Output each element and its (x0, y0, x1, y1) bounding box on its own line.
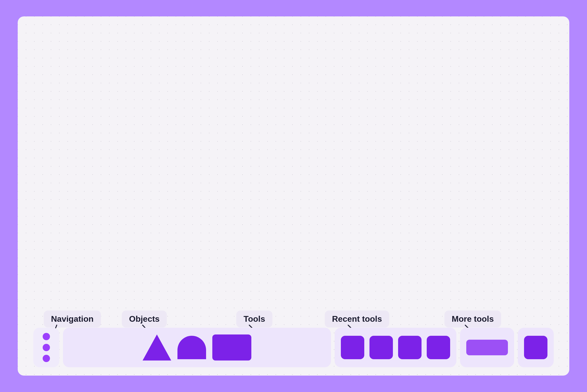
more-tools-pill[interactable] (518, 328, 554, 367)
tool-item-1[interactable] (341, 336, 364, 359)
tools-label-container: Tools (236, 311, 272, 327)
recent-tools-label-container: Recent tools (325, 311, 389, 327)
canvas: Navigation Objects Tools (18, 16, 569, 376)
rectangle-shape (212, 334, 251, 361)
arch-shape (177, 336, 206, 359)
recent-tools-pill[interactable] (460, 328, 514, 367)
nav-dot-2 (43, 344, 50, 351)
recent-tool-item-1[interactable] (466, 340, 508, 355)
navigation-label-container: Navigation (44, 311, 101, 327)
tool-item-2[interactable] (369, 336, 393, 359)
toolbar (33, 328, 554, 367)
objects-label-container: Objects (122, 311, 167, 327)
more-tools-label-container: More tools (444, 311, 501, 327)
triangle-shape (143, 334, 171, 361)
tools-pill[interactable] (335, 328, 456, 367)
nav-dot-1 (43, 333, 50, 340)
objects-pill[interactable] (63, 328, 331, 367)
navigation-pill[interactable] (33, 328, 59, 367)
nav-dot-3 (43, 355, 50, 362)
more-tool-item-1[interactable] (524, 336, 547, 359)
tool-item-3[interactable] (398, 336, 422, 359)
tool-item-4[interactable] (427, 336, 450, 359)
